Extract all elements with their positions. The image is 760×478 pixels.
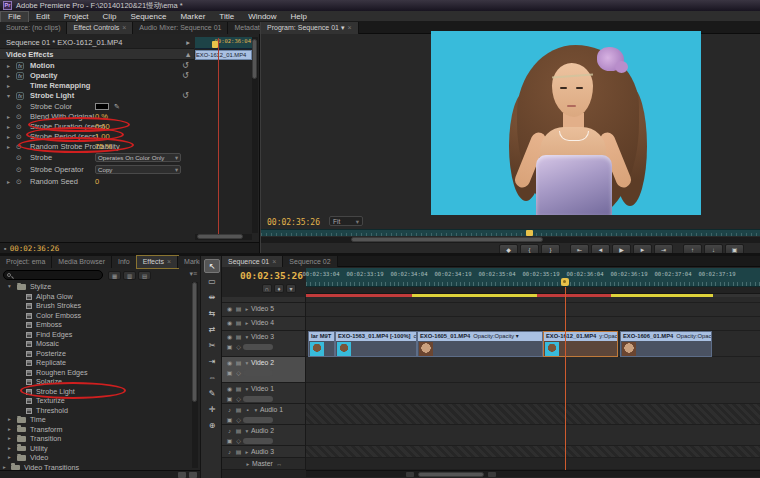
slip-tool[interactable]: ⇥ xyxy=(204,355,220,369)
track-header-audio1[interactable]: ♪▤▪▾Audio 1 ▣◇ xyxy=(222,404,306,425)
set-display-style-icon[interactable]: ▣ xyxy=(225,342,234,352)
sync-lock-icon[interactable]: ▤ xyxy=(234,304,243,315)
track-content-audio1[interactable] xyxy=(306,404,760,425)
program-video-frame[interactable] xyxy=(431,31,701,215)
tree-folder-video[interactable]: ▸Video xyxy=(0,453,192,463)
timeline-ruler[interactable]: 00:02:33:04 00:02:33:19 00:02:34:04 00:0… xyxy=(306,268,760,287)
twirl-icon[interactable]: ▸ xyxy=(7,81,10,91)
tree-folder-transition[interactable]: ▸Transition xyxy=(0,434,192,444)
color-swatch[interactable] xyxy=(95,103,109,110)
tree-effect-texturize[interactable]: Texturize xyxy=(0,396,192,406)
tree-effect-replicate[interactable]: Replicate xyxy=(0,358,192,368)
vertical-scrollbar[interactable] xyxy=(252,37,258,233)
track-content-video2[interactable] xyxy=(306,357,760,383)
close-icon[interactable]: × xyxy=(122,24,126,31)
menu-title[interactable]: Title xyxy=(212,12,241,22)
tree-effect-posterize[interactable]: Posterize xyxy=(0,349,192,359)
tree-folder-time[interactable]: ▸Time xyxy=(0,415,192,425)
track-header-video4[interactable]: ◉▤▸Video 4 xyxy=(222,317,306,331)
twirl-icon[interactable]: ▸ xyxy=(7,132,10,142)
track-content-video5[interactable] xyxy=(306,303,760,317)
tab-info[interactable]: Info xyxy=(112,256,137,268)
tab-effect-controls[interactable]: Effect Controls× xyxy=(67,22,133,34)
sync-lock-icon[interactable]: ▤ xyxy=(234,318,243,329)
encore-chapter-marker-button[interactable]: ♦ xyxy=(274,284,284,293)
twirl-icon[interactable]: ▸ xyxy=(243,447,251,458)
track-header-video1[interactable]: ◉▤▾Video 1 ▣◇ xyxy=(222,383,306,404)
menu-sequence[interactable]: Sequence xyxy=(123,12,173,22)
set-display-style-icon[interactable]: ▣ xyxy=(225,394,234,404)
strobe-dropdown[interactable]: ▾Operates On Color Only xyxy=(95,153,181,162)
tree-folder-utility[interactable]: ▸Utility xyxy=(0,444,192,454)
stopwatch-icon[interactable]: ⊙ xyxy=(16,112,22,122)
track-header-master[interactable]: ▸Master ↔ xyxy=(222,458,306,470)
stopwatch-icon[interactable]: ⊙ xyxy=(16,132,22,142)
keyframe-icon[interactable]: ◇ xyxy=(234,415,243,425)
slide-tool[interactable]: ⇔ xyxy=(204,371,220,385)
pen-tool[interactable]: ✎ xyxy=(204,387,220,401)
32bit-color-filter-button[interactable]: ▥ xyxy=(123,271,136,280)
track-header-audio2[interactable]: ♪▤▾Audio 2 ▣◇ xyxy=(222,425,306,446)
timeline-clip[interactable]: lar M9T xyxy=(308,331,335,357)
razor-tool[interactable]: ✂ xyxy=(204,339,220,353)
track-content-audio3[interactable] xyxy=(306,446,760,458)
track-header-audio3[interactable]: ♪▤▸Audio 3 xyxy=(222,446,306,458)
timeline-clip[interactable]: EXO-1605_01.MP4Opacity:Opacity ▾ xyxy=(417,331,543,357)
track-header-video3[interactable]: ◉▤▾Video 3 ▣◇ xyxy=(222,331,306,357)
program-zoom-scrollbar[interactable] xyxy=(261,237,760,243)
tab-effects[interactable]: Effects× xyxy=(137,256,178,268)
program-scrub-bar[interactable] xyxy=(261,229,760,236)
param-value[interactable]: 0 % xyxy=(95,112,108,122)
timeline-clip[interactable]: EXO-1606_01.MP4Opacity:Opacity ▾ xyxy=(620,331,712,357)
tab-media-browser[interactable]: Media Browser xyxy=(52,256,112,268)
effect-row-time-remapping[interactable]: ▸Time Remapping xyxy=(0,81,194,91)
mini-timeline-clip[interactable]: EXO-1612_01.MP4 xyxy=(195,50,252,60)
tree-effect-color-emboss[interactable]: Color Emboss xyxy=(0,311,192,321)
collapse-icon[interactable]: ▴ xyxy=(186,49,190,60)
scroll-right-cap[interactable] xyxy=(488,472,496,477)
tree-effect-solarize[interactable]: Solarize xyxy=(0,377,192,387)
reset-icon[interactable]: ↺ xyxy=(182,91,189,101)
track-content-master[interactable] xyxy=(306,458,760,470)
tree-effect-threshold[interactable]: Threshold xyxy=(0,406,192,416)
tree-effect-find-edges[interactable]: Find Edges xyxy=(0,330,192,340)
stopwatch-icon[interactable]: ⊙ xyxy=(16,153,22,163)
track-select-tool[interactable]: ▭ xyxy=(204,275,220,289)
tree-effect-emboss[interactable]: Emboss xyxy=(0,320,192,330)
tab-program-sequence[interactable]: Program: Sequence 01 ▾× xyxy=(261,22,359,34)
keyframe-navigator[interactable] xyxy=(243,370,273,376)
stopwatch-icon[interactable]: ⊙ xyxy=(16,177,22,187)
tab-sequence-02[interactable]: Sequence 02 xyxy=(283,256,337,267)
keyframe-navigator[interactable] xyxy=(243,438,273,444)
rolling-edit-tool[interactable]: ⇆ xyxy=(204,307,220,321)
menu-edit[interactable]: Edit xyxy=(29,12,57,22)
accelerated-effects-filter-button[interactable]: ▦ xyxy=(108,271,121,280)
twirl-icon[interactable]: ▸ xyxy=(7,112,10,122)
toggle-track-output-icon[interactable]: ◉ xyxy=(225,318,234,329)
menu-marker[interactable]: Marker xyxy=(173,12,212,22)
keyframe-icon[interactable]: ◇ xyxy=(234,394,243,404)
keyframe-icon[interactable]: ◇ xyxy=(234,436,243,446)
timeline-playhead-grip[interactable] xyxy=(561,278,569,286)
stopwatch-icon[interactable]: ⊙ xyxy=(16,122,22,132)
twirl-icon[interactable]: ▸ xyxy=(244,459,252,470)
tree-effect-brush-strokes[interactable]: Brush Strokes xyxy=(0,301,192,311)
tab-project[interactable]: Project: ema xyxy=(0,256,52,268)
effect-row-strobe-light[interactable]: ▾fxStrobe Light↺ xyxy=(0,91,194,101)
track-header-video2[interactable]: ◉▤▾Video 2 ▣◇ xyxy=(222,357,306,383)
tree-effect-strobe-light[interactable]: Strobe Light xyxy=(0,387,192,397)
zoom-tool[interactable]: ⊕ xyxy=(204,419,220,433)
reset-icon[interactable]: ↺ xyxy=(182,61,189,71)
timeline-clip-selected[interactable]: EXO-1612_01.MP4y:Opacity ▾ xyxy=(543,331,618,357)
effects-search-input[interactable] xyxy=(3,270,103,280)
add-marker-button[interactable]: ▾ xyxy=(286,284,296,293)
tab-sequence-01[interactable]: Sequence 01× xyxy=(222,256,283,267)
keyframe-navigator[interactable] xyxy=(243,417,273,423)
tree-effect-mosaic[interactable]: Mosaic xyxy=(0,339,192,349)
ripple-edit-tool[interactable]: ⇹ xyxy=(204,291,220,305)
close-icon[interactable]: × xyxy=(347,24,351,31)
tree-effect-alpha-glow[interactable]: Alpha Glow xyxy=(0,292,192,302)
program-playhead-grip[interactable] xyxy=(526,230,533,236)
track-content-audio2[interactable] xyxy=(306,425,760,446)
menu-window[interactable]: Window xyxy=(241,12,283,22)
